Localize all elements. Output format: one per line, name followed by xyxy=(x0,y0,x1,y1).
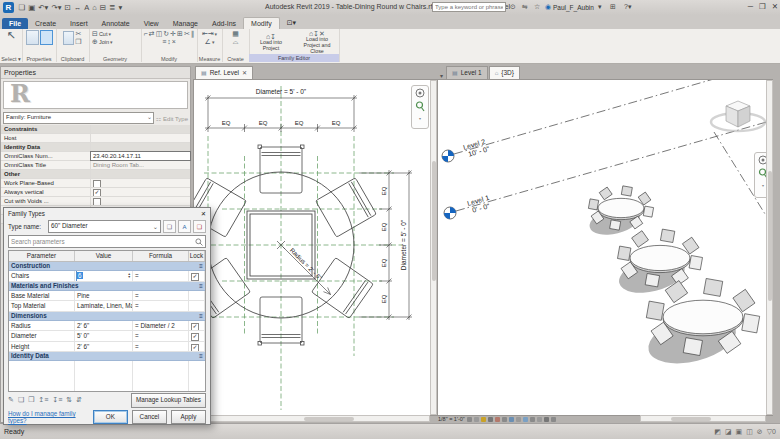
search-input[interactable] xyxy=(432,2,506,12)
manage-lookup-tables-button[interactable]: Manage Lookup Tables xyxy=(131,393,206,408)
new-parameter-icon[interactable]: ❏ xyxy=(18,396,24,404)
help-link[interactable]: How do I manage family types? xyxy=(8,410,89,424)
section-dimensions[interactable]: Dimensions≡ xyxy=(9,312,205,321)
user-menu-caret-icon[interactable]: ▾ xyxy=(598,3,602,11)
section-identity-data[interactable]: Identity Data xyxy=(1,143,91,151)
worksets-icon[interactable]: ◩ xyxy=(714,428,721,436)
component-icon[interactable]: ▦ xyxy=(232,30,239,37)
mirror-icon[interactable]: ◫ xyxy=(156,30,163,37)
dialog-close-icon[interactable]: ✕ xyxy=(201,208,206,219)
level-2-label[interactable]: Level 2 10' - 0" xyxy=(462,137,490,158)
search-parameters-input[interactable]: Search parameters xyxy=(8,235,206,248)
search-go-icon[interactable]: ⊙ xyxy=(510,3,516,11)
thin-lines-icon[interactable]: ≣ xyxy=(109,3,115,12)
param-row-chairs[interactable]: Chairs 6▲▼ = xyxy=(9,271,205,282)
measure-tool-icon[interactable]: ∠ xyxy=(205,38,211,45)
cut-clipboard-icon[interactable]: ✂ xyxy=(76,30,82,37)
temporary-view-properties-icon[interactable] xyxy=(537,417,542,422)
copy-icon[interactable]: ❐ xyxy=(75,38,81,45)
cut-with-voids-checkbox[interactable] xyxy=(93,198,101,205)
scale-label[interactable]: 1/8" = 1'-0" xyxy=(438,416,465,422)
delete-type-icon[interactable]: ❏ xyxy=(193,220,206,233)
navbar-caret-icon[interactable]: ▾ xyxy=(419,116,421,121)
level-2-head[interactable] xyxy=(442,150,454,162)
plan-vscrollbar[interactable] xyxy=(430,80,437,415)
revit-logo[interactable]: R xyxy=(3,2,14,13)
aligned-dimension-icon[interactable]: ⇤⇥ xyxy=(202,30,214,37)
param-row-height[interactable]: Height 2' 6" = xyxy=(9,342,205,353)
pin-icon[interactable]: ≡ xyxy=(162,38,166,45)
lock-checkbox[interactable] xyxy=(191,333,199,341)
app-store-icon[interactable]: ⊞ xyxy=(610,3,616,11)
load-into-project-and-close-button[interactable]: ⌂↧✕Load into Project and Close xyxy=(297,30,337,54)
cancel-button[interactable]: Cancel xyxy=(132,410,167,424)
lock-checkbox[interactable] xyxy=(191,273,199,281)
displacement-sets-icon[interactable] xyxy=(551,417,556,422)
design-options-icon[interactable]: ◪ xyxy=(725,428,732,436)
view3d-vscrollbar[interactable] xyxy=(766,80,773,415)
join-geometry-icon[interactable]: ⊕ xyxy=(92,38,98,45)
tab-annotate[interactable]: Annotate xyxy=(95,18,137,29)
filter-icon[interactable]: ▽0 xyxy=(767,428,776,436)
delete-parameter-icon[interactable]: ❒ xyxy=(28,396,34,404)
tab-view[interactable]: View xyxy=(137,18,166,29)
rename-type-icon[interactable]: A xyxy=(178,220,191,233)
customize-qat-icon[interactable]: ▾ xyxy=(118,3,122,12)
chairs-spinner[interactable]: 6▲▼ xyxy=(77,271,132,281)
paste-icon[interactable] xyxy=(63,31,74,45)
always-vertical-checkbox[interactable] xyxy=(93,189,101,196)
render-icon[interactable] xyxy=(495,417,500,422)
level-1-head[interactable] xyxy=(444,207,456,219)
edit-parameter-icon[interactable]: ✎ xyxy=(8,396,14,404)
param-row-base-material[interactable]: Base Material Pine = xyxy=(9,291,205,302)
move-up-icon[interactable]: ↥≡ xyxy=(38,396,48,404)
exclude-options-icon[interactable]: ▣ xyxy=(736,428,743,436)
level-1-label[interactable]: Level 1 0' - 0" xyxy=(466,194,492,215)
delete-icon[interactable]: × xyxy=(172,38,176,45)
lock-3d-icon[interactable] xyxy=(516,417,521,422)
print-icon[interactable]: ⊡ xyxy=(64,3,70,12)
reveal-hidden-icon[interactable] xyxy=(530,417,535,422)
section-materials[interactable]: Materials and Finishes≡ xyxy=(9,282,205,291)
show-crop-icon[interactable] xyxy=(509,417,514,422)
temporary-hide-isolate-icon[interactable] xyxy=(523,417,528,422)
type-name-select[interactable]: 60" Diameter xyxy=(48,220,161,233)
text-icon[interactable]: A xyxy=(84,3,89,12)
family-types-icon[interactable] xyxy=(40,30,53,45)
restore-button[interactable]: ❐ xyxy=(759,2,766,11)
plan-canvas[interactable]: Diameter = 5' - 0" EQ EQ EQ EQ EQ EQ EQ … xyxy=(193,79,437,416)
view3d-hscrollbar[interactable] xyxy=(640,415,766,422)
move-down-icon[interactable]: ↧≡ xyxy=(52,396,62,404)
section-constraints[interactable]: Constraints xyxy=(1,125,91,133)
array-icon[interactable]: ⊞ xyxy=(177,30,183,37)
3d-tables[interactable] xyxy=(587,186,760,372)
user-name[interactable]: Paul_F_Aubin xyxy=(553,4,594,11)
properties-header[interactable]: Properties xyxy=(1,67,190,79)
undo-icon[interactable]: ↶▾ xyxy=(38,3,48,12)
detail-level-icon[interactable] xyxy=(467,417,472,422)
tab-modify[interactable]: Modify xyxy=(243,17,280,29)
tab-create[interactable]: Create xyxy=(28,18,63,29)
family-selector[interactable]: Family: Furniture xyxy=(3,112,154,124)
tab-manage[interactable]: Manage xyxy=(166,18,205,29)
tab-insert[interactable]: Insert xyxy=(63,18,95,29)
load-into-project-button[interactable]: ⌂↧Load into Project xyxy=(251,33,291,52)
press-drag-icon[interactable]: ◫ xyxy=(746,428,753,436)
apply-button[interactable]: Apply xyxy=(171,410,206,424)
omniclass-number-value[interactable]: 23.40.20.14.17.11 xyxy=(91,152,190,160)
new-type-icon[interactable]: ❏ xyxy=(163,220,176,233)
section-construction[interactable]: Construction≡ xyxy=(9,262,205,271)
open-icon[interactable]: ❏ xyxy=(19,3,26,12)
sort-descending-icon[interactable]: ⇵ xyxy=(76,396,82,404)
crop-view-icon[interactable] xyxy=(502,417,507,422)
navbar-caret-icon[interactable]: ▾ xyxy=(762,183,764,188)
sort-ascending-icon[interactable]: ⇅ xyxy=(66,396,72,404)
save-icon[interactable]: ▣ xyxy=(28,3,35,12)
split-icon[interactable]: ✂ xyxy=(184,30,190,37)
tab-3d[interactable]: ⌂ {3D} xyxy=(489,66,520,79)
tab-addins[interactable]: Add-Ins xyxy=(205,18,243,29)
ribbon-display-caret-icon[interactable]: ⊡▾ xyxy=(280,17,303,29)
section-other[interactable]: Other xyxy=(1,170,91,178)
properties-palette-icon[interactable] xyxy=(26,30,39,45)
offset-icon[interactable]: ⇄ xyxy=(149,30,155,37)
